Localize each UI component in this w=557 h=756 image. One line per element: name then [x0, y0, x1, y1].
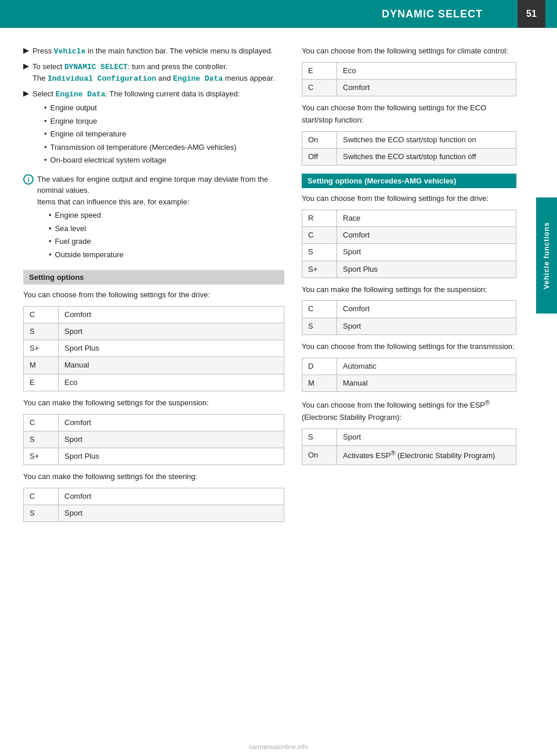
- table-row: OffSwitches the ECO start/stop function …: [302, 148, 516, 165]
- arrow-bullet-1: ▶: [23, 46, 29, 55]
- amg-drive-table: RRace CComfort SSport S+Sport Plus: [302, 210, 516, 278]
- left-column: ▶ Press Vehicle in the main function bar…: [23, 45, 284, 528]
- sus-val-comfort: Comfort: [59, 414, 284, 431]
- drive-val-eco: Eco: [59, 374, 284, 391]
- arrow-bullet-3: ▶: [23, 89, 29, 98]
- info-text: The values for engine output and engine …: [37, 174, 284, 262]
- table-row: MManual: [302, 375, 516, 391]
- header-bar: DYNAMIC SELECT 51: [0, 0, 557, 28]
- watermark: carmanualonline.info: [249, 743, 308, 750]
- table-row: OnActivates ESP® (Electronic Stability P…: [302, 446, 516, 465]
- amg-section-header: Setting options (Mercedes-AMG vehicles): [302, 174, 516, 188]
- drive-val-manual: Manual: [59, 357, 284, 374]
- sus-val-sportplus: Sport Plus: [59, 448, 284, 465]
- esp-key-s: S: [302, 429, 337, 445]
- table-row: S+Sport Plus: [302, 261, 516, 278]
- trans-val-manual: Manual: [337, 375, 516, 391]
- drive-val-sportplus: Sport Plus: [59, 340, 284, 357]
- amg-suspension-table: CComfort SSport: [302, 300, 516, 334]
- esp-table: SSport OnActivates ESP® (Electronic Stab…: [302, 429, 516, 465]
- arrow-bullet-2: ▶: [23, 62, 29, 70]
- table-row: CComfort: [24, 414, 284, 431]
- trans-key-m: M: [302, 375, 337, 391]
- page-number: 51: [518, 0, 545, 28]
- sus-key-c: C: [24, 414, 59, 431]
- info-dot-2: •: [49, 223, 52, 235]
- code-vehicle: Vehicle: [54, 47, 86, 56]
- amg-drive-intro: You can choose from the following settin…: [302, 193, 516, 205]
- climate-key-c: C: [302, 79, 337, 96]
- esp-key-on: On: [302, 446, 337, 465]
- eco-key-on: On: [302, 131, 337, 148]
- table-row: CComfort: [302, 79, 516, 96]
- eco-intro: You can choose from the following settin…: [302, 102, 516, 127]
- steer-key-c: C: [24, 488, 59, 505]
- amg-sus-key-c: C: [302, 301, 337, 318]
- table-row: EEco: [24, 374, 284, 391]
- climate-val-eco: Eco: [337, 62, 516, 79]
- bullet-text-1: Press Vehicle in the main function bar. …: [32, 45, 273, 57]
- climate-intro: You can choose from the following settin…: [302, 45, 516, 57]
- sub-info-engine-speed: •Engine speed: [49, 210, 284, 221]
- esp-sup: ®: [485, 399, 490, 406]
- table-row: CComfort: [24, 488, 284, 505]
- sub-info-fuel-grade: •Fuel grade: [49, 236, 284, 247]
- drive-table: CComfort SSport S+Sport Plus MManual EEc…: [23, 306, 284, 391]
- amg-drive-val-sportplus: Sport Plus: [337, 261, 516, 278]
- drive-key-e: E: [24, 374, 59, 391]
- code-dynamic-select: DYNAMIC SELECT: [64, 63, 128, 71]
- table-row: CComfort: [302, 227, 516, 244]
- steer-key-s: S: [24, 505, 59, 522]
- table-row: SSport: [24, 505, 284, 522]
- sus-key-splus: S+: [24, 448, 59, 465]
- dot-3: •: [44, 128, 47, 140]
- climate-val-comfort: Comfort: [337, 79, 516, 96]
- table-row: CComfort: [24, 306, 284, 323]
- steering-table: CComfort SSport: [23, 488, 284, 522]
- amg-drive-key-s: S: [302, 244, 337, 261]
- dot-4: •: [44, 142, 47, 153]
- side-tab-vehicle-functions: Vehicle functions: [536, 197, 557, 314]
- sub-info-outside-temp: •Outside temperature: [49, 249, 284, 261]
- transmission-table: DAutomatic MManual: [302, 358, 516, 392]
- esp-val-on: Activates ESP® (Electronic Stability Pro…: [337, 446, 516, 465]
- table-row: OnSwitches the ECO start/stop function o…: [302, 131, 516, 148]
- table-row: SSport: [302, 429, 516, 445]
- climate-key-e: E: [302, 62, 337, 79]
- trans-key-d: D: [302, 358, 337, 375]
- drive-val-comfort: Comfort: [59, 306, 284, 323]
- drive-intro: You can choose from the following settin…: [23, 289, 284, 301]
- table-row: S+Sport Plus: [24, 448, 284, 465]
- info-dot-3: •: [49, 236, 52, 247]
- info-box: i The values for engine output and engin…: [23, 174, 284, 262]
- steering-intro: You can make the following settings for …: [23, 471, 284, 483]
- amg-sus-val-sport: Sport: [337, 318, 516, 334]
- amg-drive-val-comfort: Comfort: [337, 227, 516, 244]
- sub-bullet-oil-temp: •Engine oil temperature: [44, 128, 240, 140]
- esp-sup-2: ®: [390, 449, 395, 456]
- esp-val-sport: Sport: [337, 429, 516, 445]
- steer-val-sport: Sport: [59, 505, 284, 522]
- amg-sus-key-s: S: [302, 318, 337, 334]
- drive-key-m: M: [24, 357, 59, 374]
- eco-key-off: Off: [302, 148, 337, 165]
- table-row: S+Sport Plus: [24, 340, 284, 357]
- table-row: EEco: [302, 62, 516, 79]
- dot-1: •: [44, 102, 47, 114]
- code-individual-config: Individual Configuration: [48, 74, 156, 83]
- code-engine-data-2: Engine Data: [56, 90, 106, 99]
- bullet-text-2: To select DYNAMIC SELECT: turn and press…: [32, 61, 275, 85]
- bullet-item-engine-data: ▶ Select Engine Data. The following curr…: [23, 88, 284, 168]
- table-row: DAutomatic: [302, 358, 516, 375]
- info-sub-list: •Engine speed •Sea level •Fuel grade •Ou…: [49, 210, 284, 260]
- trans-val-auto: Automatic: [337, 358, 516, 375]
- dot-5: •: [44, 154, 47, 166]
- table-row: MManual: [24, 357, 284, 374]
- suspension-table: CComfort SSport S+Sport Plus: [23, 414, 284, 466]
- drive-key-s: S: [24, 323, 59, 340]
- eco-val-on: Switches the ECO start/stop function on: [337, 131, 516, 148]
- bullet-item-dynamic-select: ▶ To select DYNAMIC SELECT: turn and pre…: [23, 61, 284, 85]
- sub-bullet-engine-output: •Engine output: [44, 102, 240, 114]
- suspension-intro: You can make the following settings for …: [23, 397, 284, 409]
- amg-drive-key-r: R: [302, 210, 337, 226]
